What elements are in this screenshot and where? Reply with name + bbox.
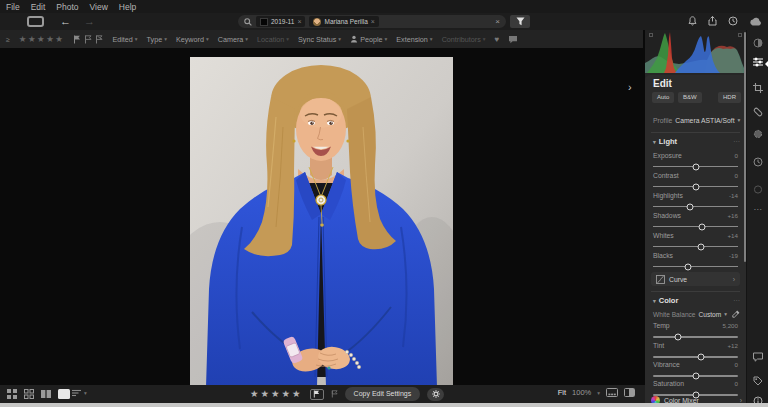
- slider-knob[interactable]: [692, 163, 699, 170]
- menu-photo[interactable]: Photo: [56, 2, 78, 12]
- menu-view[interactable]: View: [90, 2, 108, 12]
- star-rating[interactable]: ★★★★★: [250, 387, 303, 401]
- filter-extension[interactable]: Extension▾: [396, 35, 432, 44]
- sync-status-icon[interactable]: [728, 16, 738, 26]
- histogram-expand-icon[interactable]: [738, 33, 742, 37]
- star-rating-filter[interactable]: ★★★★★: [19, 35, 65, 44]
- slider-knob[interactable]: [692, 372, 699, 379]
- histogram-option-icon[interactable]: [649, 33, 653, 37]
- blacks-slider[interactable]: [653, 263, 738, 270]
- filter-camera[interactable]: Camera▾: [218, 35, 248, 44]
- filter-type[interactable]: Type▾: [147, 35, 167, 44]
- back-button[interactable]: ←: [60, 14, 71, 28]
- slider-knob[interactable]: [698, 353, 705, 360]
- panel-scrollbar[interactable]: [744, 32, 746, 262]
- highlights-slider[interactable]: [653, 203, 738, 210]
- profile-row[interactable]: Profile Camera ASTIA/Soft ▾: [653, 116, 740, 124]
- crop-icon[interactable]: [753, 83, 763, 93]
- pick-flag-button[interactable]: [310, 389, 324, 400]
- versions-icon[interactable]: [753, 157, 763, 167]
- rating-operator[interactable]: ≥: [6, 36, 10, 43]
- slider-knob[interactable]: [699, 223, 706, 230]
- slider-knob[interactable]: [674, 333, 681, 340]
- before-after-icon[interactable]: [624, 388, 635, 397]
- grid-view-icon[interactable]: [27, 16, 44, 27]
- tint-slider[interactable]: [653, 353, 738, 360]
- forward-button[interactable]: →: [84, 14, 95, 28]
- rating-controls: ★★★★★ Copy Edit Settings: [250, 387, 444, 401]
- photo-canvas[interactable]: ›: [0, 48, 645, 385]
- curve-button[interactable]: Curve ›: [651, 272, 740, 286]
- unflagged-icon[interactable]: [84, 35, 92, 44]
- search-clear-icon[interactable]: ×: [495, 17, 500, 26]
- search-chip-date[interactable]: 2019-11 ×: [256, 16, 305, 27]
- eyedropper-icon[interactable]: [732, 310, 740, 318]
- slider-knob[interactable]: [684, 263, 691, 270]
- fit-button[interactable]: Fit: [558, 388, 566, 397]
- chevron-down-icon: ▾: [483, 36, 486, 42]
- exposure-slider[interactable]: [653, 163, 738, 170]
- search-chip-person[interactable]: Mariana Perilla ×: [309, 16, 378, 27]
- menu-bar: File Edit Photo View Help: [0, 0, 768, 13]
- chip-close-icon[interactable]: ×: [371, 18, 375, 25]
- comment-icon[interactable]: [508, 35, 518, 44]
- contrast-slider[interactable]: [653, 183, 738, 190]
- section-menu-icon[interactable]: ⋯: [733, 138, 740, 146]
- compare-view-icon[interactable]: [41, 389, 51, 399]
- comments-icon[interactable]: [752, 352, 763, 362]
- white-balance-row[interactable]: White Balance Custom ▾: [653, 310, 740, 318]
- filter-funnel-button[interactable]: [510, 15, 530, 28]
- whites-slider[interactable]: [653, 243, 738, 250]
- auto-button[interactable]: Auto: [652, 92, 674, 103]
- menu-help[interactable]: Help: [119, 2, 136, 12]
- reject-flag-icon[interactable]: [331, 390, 338, 398]
- keywords-icon[interactable]: [753, 376, 763, 386]
- healing-icon[interactable]: [752, 106, 764, 118]
- reject-flag-icon[interactable]: [95, 35, 103, 44]
- collapse-panel-chevron[interactable]: ›: [628, 82, 632, 93]
- temp-slider[interactable]: [653, 333, 738, 340]
- share-icon[interactable]: [708, 16, 717, 26]
- section-menu-icon[interactable]: ⋯: [733, 297, 740, 305]
- menu-edit[interactable]: Edit: [31, 2, 46, 12]
- histogram[interactable]: [645, 30, 746, 73]
- presets-icon[interactable]: [753, 38, 763, 48]
- filter-edited[interactable]: Edited▾: [112, 35, 137, 44]
- color-section-header[interactable]: ▾ Color ⋯: [653, 296, 740, 305]
- person-avatar: [313, 18, 321, 26]
- cloud-icon[interactable]: [749, 17, 762, 26]
- edit-icon[interactable]: [752, 57, 763, 67]
- window-bottom-strip: [0, 403, 768, 407]
- settings-gear-button[interactable]: [427, 388, 444, 401]
- copy-edit-settings-button[interactable]: Copy Edit Settings: [345, 387, 421, 400]
- filter-keyword[interactable]: Keyword▾: [176, 35, 209, 44]
- sort-button[interactable]: ▾: [72, 389, 87, 397]
- slider-knob[interactable]: [686, 203, 693, 210]
- chevron-down-icon: ▾: [597, 390, 600, 396]
- notifications-icon[interactable]: [688, 16, 697, 26]
- hdr-button[interactable]: HDR: [718, 92, 741, 103]
- vibrance-slider[interactable]: [653, 372, 738, 379]
- favorite-heart-icon[interactable]: ♥: [495, 35, 500, 44]
- tool-rail: ⋯: [746, 30, 768, 403]
- masking-icon[interactable]: [753, 129, 763, 139]
- square-grid-view-icon[interactable]: [24, 389, 34, 399]
- light-section-header[interactable]: ▾ Light ⋯: [653, 137, 740, 146]
- filter-people[interactable]: People▾: [350, 35, 387, 44]
- pick-flag-icon[interactable]: [73, 35, 81, 44]
- photo[interactable]: [190, 57, 453, 387]
- menu-file[interactable]: File: [6, 2, 20, 12]
- slider-knob[interactable]: [692, 183, 699, 190]
- detail-view-icon[interactable]: [58, 389, 70, 399]
- slider-knob[interactable]: [698, 243, 705, 250]
- shadows-slider[interactable]: [653, 223, 738, 230]
- zoom-level[interactable]: 100%: [572, 388, 591, 397]
- photo-grid-view-icon[interactable]: [7, 389, 17, 399]
- filter-sync-status[interactable]: Sync Status▾: [298, 35, 341, 44]
- bw-button[interactable]: B&W: [678, 92, 702, 103]
- filmstrip-toggle-icon[interactable]: [606, 388, 618, 397]
- more-tools-icon[interactable]: ⋯: [754, 205, 762, 214]
- search-bar[interactable]: 2019-11 × Mariana Perilla × ×: [238, 15, 506, 28]
- chip-close-icon[interactable]: ×: [297, 18, 301, 25]
- lens-icon[interactable]: [753, 185, 762, 194]
